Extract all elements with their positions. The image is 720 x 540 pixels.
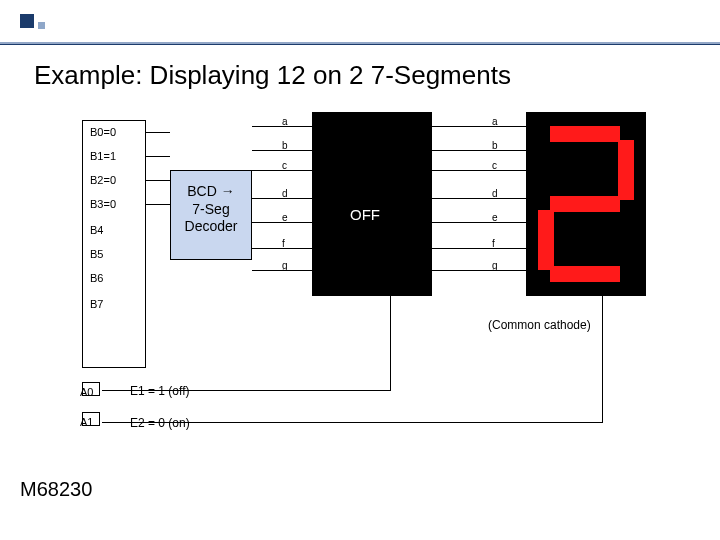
lit-seg-d [550, 266, 620, 282]
seg-b-left: b [282, 140, 288, 151]
wire-g-mid [432, 270, 526, 271]
header-rule-accent [0, 44, 720, 45]
chip-label: M68230 [20, 478, 92, 501]
wire-b3 [146, 204, 170, 205]
wire-e2-h [102, 422, 602, 423]
pin-b6: B6 [90, 272, 103, 284]
common-cathode-label: (Common cathode) [488, 318, 591, 332]
wire-e2-v [602, 296, 603, 423]
lit-seg-b [618, 140, 634, 200]
wire-b-mid [432, 150, 526, 151]
wire-c-mid [432, 170, 526, 171]
wire-e1-v [390, 296, 391, 391]
wire-b0 [146, 132, 170, 133]
diagram-area: B0=0 B1=1 B2=0 B3=0 B4 B5 B6 B7 BCD → 7-… [60, 120, 660, 420]
wire-f-mid [432, 248, 526, 249]
pin-a1: A1 [80, 416, 93, 428]
bullet-decoration [20, 14, 60, 30]
wire-b2 [146, 180, 170, 181]
seg-f-left: f [282, 238, 285, 249]
slide-title: Example: Displaying 12 on 2 7-Segments [34, 60, 511, 91]
seg-c-left: c [282, 160, 287, 171]
bcd-decoder: BCD → 7-Seg Decoder [170, 170, 252, 260]
seg-c-right: c [492, 160, 497, 171]
seg-g-right: g [492, 260, 498, 271]
seg-d-left: d [282, 188, 288, 199]
seg-g-left: g [282, 260, 288, 271]
decoder-label: BCD → 7-Seg Decoder [185, 183, 238, 234]
left-display-off: OFF [350, 206, 380, 223]
pin-b5: B5 [90, 248, 103, 260]
wire-e-mid [432, 222, 526, 223]
seg-b-right: b [492, 140, 498, 151]
seg-e-right: e [492, 212, 498, 223]
seven-seg-display-left [312, 112, 432, 296]
wire-d-mid [432, 198, 526, 199]
wire-e1-h [102, 390, 390, 391]
lit-seg-e [538, 210, 554, 270]
enable-e1: E1 = 1 (off) [130, 384, 189, 398]
seg-e-left: e [282, 212, 288, 223]
wire-a-mid [432, 126, 526, 127]
seg-a-left: a [282, 116, 288, 127]
seg-d-right: d [492, 188, 498, 199]
pin-b0: B0=0 [90, 126, 116, 138]
pin-b1: B1=1 [90, 150, 116, 162]
seven-seg-display-right [526, 112, 646, 296]
seg-f-right: f [492, 238, 495, 249]
pin-b2: B2=0 [90, 174, 116, 186]
lit-seg-g [550, 196, 620, 212]
pin-b7: B7 [90, 298, 103, 310]
enable-e2: E2 = 0 (on) [130, 416, 190, 430]
pin-b4: B4 [90, 224, 103, 236]
pin-a0: A0 [80, 386, 93, 398]
seg-a-right: a [492, 116, 498, 127]
pin-b3: B3=0 [90, 198, 116, 210]
lit-seg-a [550, 126, 620, 142]
wire-b1 [146, 156, 170, 157]
